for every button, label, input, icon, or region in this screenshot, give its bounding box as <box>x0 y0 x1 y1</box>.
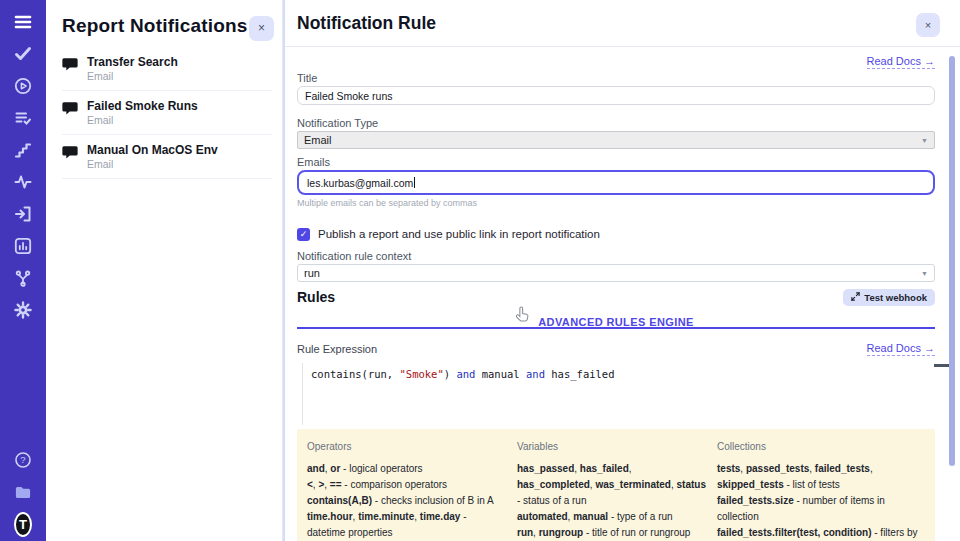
notification-item-subtitle: Email <box>87 114 198 127</box>
notification-list-item[interactable]: Transfer Search Email <box>62 47 272 91</box>
speech-bubble-icon <box>62 101 78 120</box>
notification-item-subtitle: Email <box>87 158 218 171</box>
read-docs-link-rules[interactable]: Read Docs → <box>867 342 935 356</box>
editor-scroll-handle[interactable] <box>934 364 949 367</box>
test-webhook-button[interactable]: Test webhook <box>843 289 935 306</box>
help-line: tests, passed_tests, failed_tests, skipp… <box>717 461 925 493</box>
notification-list: Transfer Search Email Failed Smoke Runs … <box>46 47 282 179</box>
task-list-icon[interactable] <box>14 109 32 127</box>
notification-rule-panel: Notification Rule × Read Docs → Title Fa… <box>283 0 960 541</box>
logo-letter: T <box>14 512 32 537</box>
test-webhook-label: Test webhook <box>864 292 927 303</box>
rules-row: Rules Test webhook <box>297 286 935 308</box>
page-title: Notification Rule <box>297 13 436 34</box>
title-label: Title <box>297 72 935 84</box>
svg-text:?: ? <box>20 454 25 465</box>
help-line: run, rungroup - title of run or rungroup <box>517 525 707 541</box>
context-label: Notification rule context <box>297 250 935 262</box>
title-input[interactable]: Failed Smoke runs <box>297 86 935 105</box>
emails-hint: Multiple emails can be separated by comm… <box>297 198 935 208</box>
chevron-down-icon: ▼ <box>921 270 928 277</box>
rule-expression-row: Rule Expression Read Docs → <box>297 341 935 357</box>
rules-help-panel: Operatorsand, or - logical operators<, >… <box>297 429 935 541</box>
help-line: automated, manual - type of a run <box>517 509 707 525</box>
help-column-collections: Collectionstests, passed_tests, failed_t… <box>717 441 925 541</box>
context-value: run <box>304 267 320 279</box>
read-docs-row: Read Docs → <box>297 51 935 65</box>
help-column-title: Variables <box>517 441 707 452</box>
emails-input[interactable]: les.kurbas@gmail.com <box>297 170 935 195</box>
play-circle-icon[interactable] <box>14 77 32 95</box>
notification-list-item[interactable]: Failed Smoke Runs Email <box>62 91 272 135</box>
steps-icon[interactable] <box>14 141 32 159</box>
report-chart-icon[interactable] <box>14 237 32 255</box>
help-line: contains(A,B) - checks inclusion of B in… <box>307 493 507 509</box>
webhook-arrows-icon <box>851 292 860 303</box>
help-column-title: Operators <box>307 441 507 452</box>
notification-item-subtitle: Email <box>87 70 178 83</box>
help-column-variables: Variableshas_passed, has_failed, has_com… <box>517 441 707 541</box>
tab-advanced-rules-engine[interactable]: ADVANCED RULES ENGINE <box>538 316 694 328</box>
left-panel-title: Report Notifications <box>62 15 266 37</box>
notification-type-select[interactable]: Email ▼ <box>297 131 935 149</box>
main-body: Read Docs → Title Failed Smoke runs Noti… <box>285 47 960 541</box>
rule-expression-editor[interactable]: contains(run, "Smoke") and manual and ha… <box>302 363 935 425</box>
title-input-value: Failed Smoke runs <box>305 90 393 102</box>
main-header: Notification Rule × <box>285 0 960 47</box>
read-docs-link-top[interactable]: Read Docs → <box>867 55 935 69</box>
report-notifications-panel: Report Notifications × Transfer Search E… <box>46 0 283 541</box>
left-panel-header: Report Notifications × <box>46 0 282 47</box>
speech-bubble-icon <box>62 57 78 76</box>
sidebar: ? T <box>0 0 46 541</box>
context-select[interactable]: run ▼ <box>297 264 935 282</box>
publish-checkbox[interactable]: ✓ <box>297 228 310 241</box>
emails-input-value: les.kurbas@gmail.com <box>307 177 413 189</box>
help-line: failed_tests.size - number of items in c… <box>717 493 925 525</box>
notification-item-title: Transfer Search <box>87 55 178 70</box>
emails-label: Emails <box>297 156 935 168</box>
publish-checkbox-row: ✓ Publish a report and use public link i… <box>297 227 935 241</box>
main-close-button[interactable]: × <box>916 13 940 37</box>
menu-icon[interactable] <box>14 13 32 31</box>
sign-in-icon[interactable] <box>14 205 32 223</box>
help-line: has_passed, has_failed, has_completed, w… <box>517 461 707 509</box>
vertical-scrollbar[interactable] <box>949 56 955 466</box>
publish-checkbox-label: Publish a report and use public link in … <box>318 228 600 240</box>
help-line: time.hour, time.minute, time.day - datet… <box>307 509 507 541</box>
help-line: failed_tests.filter(test, condition) - f… <box>717 525 925 541</box>
activity-icon[interactable] <box>14 173 32 191</box>
notification-item-title: Failed Smoke Runs <box>87 99 198 114</box>
projects-folder-icon[interactable] <box>14 483 32 501</box>
branch-icon[interactable] <box>14 269 32 287</box>
help-line: and, or - logical operators <box>307 461 507 477</box>
help-column-title: Collections <box>717 441 925 452</box>
check-icon[interactable] <box>14 45 32 63</box>
rules-heading: Rules <box>297 289 335 305</box>
help-icon[interactable]: ? <box>14 451 32 469</box>
notification-type-label: Notification Type <box>297 117 935 129</box>
rules-engine-tabbar: ADVANCED RULES ENGINE <box>297 312 935 329</box>
rule-expression-code: contains(run, "Smoke") and manual and ha… <box>311 368 935 380</box>
notification-type-value: Email <box>304 134 332 146</box>
help-column-operators: Operatorsand, or - logical operators<, >… <box>307 441 507 541</box>
app-root: ? T Report Notifications × Transfer Sear… <box>0 0 960 541</box>
notification-list-item[interactable]: Manual On MacOS Env Email <box>62 135 272 179</box>
rule-expression-label: Rule Expression <box>297 343 377 355</box>
settings-gear-icon[interactable] <box>14 301 32 319</box>
chevron-down-icon: ▼ <box>921 137 928 144</box>
help-line: <, >, == - comparison operators <box>307 477 507 493</box>
notification-item-title: Manual On MacOS Env <box>87 143 218 158</box>
logo-t[interactable]: T <box>14 515 32 533</box>
text-caret <box>414 177 415 188</box>
speech-bubble-icon <box>62 145 78 164</box>
left-panel-close-button[interactable]: × <box>249 16 274 41</box>
